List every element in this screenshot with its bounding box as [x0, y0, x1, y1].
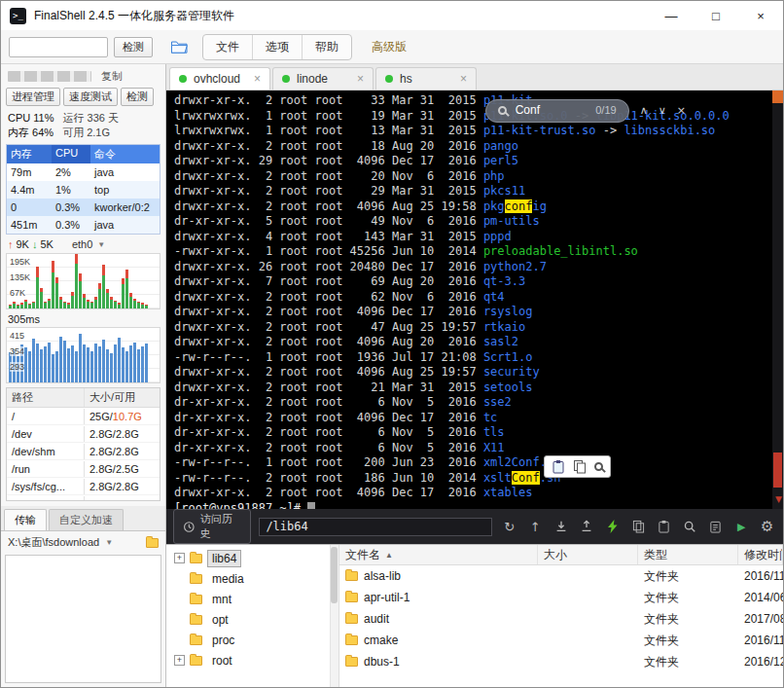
download-icon[interactable] [552, 518, 570, 536]
refresh-icon[interactable]: ↻ [500, 518, 518, 536]
chevron-down-icon[interactable]: ∨ [659, 103, 666, 119]
column-header[interactable]: CPU [52, 145, 90, 163]
play-icon[interactable]: ▶ [732, 518, 751, 536]
session-tab[interactable]: hs× [375, 67, 477, 90]
disk-row[interactable]: /sys/fs/cg...2.8G/2.8G [7, 478, 160, 495]
folder-icon[interactable] [146, 538, 159, 548]
menu-item[interactable]: 选项 [253, 35, 303, 59]
search-icon[interactable] [594, 462, 603, 471]
tree-item[interactable]: mnt [166, 589, 339, 609]
download-path-row[interactable]: X:\桌面\fsdownload ▼ [1, 531, 165, 554]
terminal-line: drwxr-xr-x. 7 root root 69 Aug 20 2016 q… [174, 274, 767, 290]
column-header[interactable]: 修改时间 [738, 545, 783, 564]
file-row[interactable]: apr-util-1文件夹2014/06/10 10 [339, 587, 783, 608]
file-row[interactable]: cmake文件夹2016/11/05 23 [339, 630, 783, 651]
column-header[interactable]: 文件名▲ [339, 545, 538, 564]
sidebar-tab[interactable]: 自定义加速 [49, 509, 124, 530]
column-header[interactable]: 大小/可用 [85, 388, 160, 407]
cell: 1% [52, 182, 90, 198]
tree-item[interactable]: opt [166, 609, 339, 630]
chevron-down-icon[interactable]: ▼ [105, 538, 113, 547]
disk-row[interactable]: /dev/shm2.8G/2.8G [7, 443, 160, 460]
paste-icon[interactable] [552, 459, 565, 474]
session-tab[interactable]: ovhcloud× [169, 67, 270, 90]
close-icon[interactable]: × [738, 1, 783, 30]
detect-button[interactable]: 检测 [114, 37, 153, 57]
file-row[interactable]: dbus-1文件夹2016/12/17 00 [339, 651, 783, 672]
search-box[interactable]: Conf 0/19 [485, 99, 629, 123]
chart-bar [79, 254, 82, 308]
edition-label[interactable]: 高级版 [372, 39, 407, 55]
process-row[interactable]: 4.4m1%top [7, 181, 160, 199]
column-header[interactable]: 内存 [7, 145, 52, 163]
column-header[interactable]: 大小 [538, 545, 638, 564]
terminal-prompt: [root@vps91887 ~]# [174, 501, 767, 510]
chart-bar [94, 328, 97, 382]
up-directory-icon[interactable]: ↑ [526, 518, 545, 536]
disk-row[interactable]: /run/user/0...583M/583M [7, 495, 160, 501]
close-icon[interactable]: × [254, 72, 261, 86]
column-header[interactable]: 命令 [90, 145, 160, 163]
terminal-line: -rw-r--r--. 1 root root 200 Jun 23 2016 … [174, 455, 767, 471]
close-icon[interactable]: × [357, 72, 364, 86]
menu-item[interactable]: 帮助 [303, 35, 351, 59]
close-icon[interactable]: × [677, 103, 686, 119]
terminal-line: drwxr-xr-x. 2 root root 62 Nov 6 2016 qt… [174, 290, 767, 306]
maximize-icon[interactable]: □ [694, 1, 738, 30]
sidebar-button[interactable]: 速度测试 [63, 88, 118, 106]
process-row[interactable]: 451m0.3%java [7, 216, 160, 234]
tree-scrollbar[interactable] [330, 545, 339, 687]
lightning-icon[interactable] [603, 518, 622, 536]
sidebar-button[interactable]: 检测 [121, 88, 154, 106]
copy-button[interactable]: 复制 [101, 69, 123, 84]
close-icon[interactable]: × [460, 72, 467, 86]
clock-icon [183, 521, 196, 533]
search-icon[interactable] [681, 518, 699, 536]
process-row[interactable]: 00.3%kworker/0:2 [7, 199, 160, 216]
menu-item[interactable]: 文件 [203, 35, 253, 59]
paste-icon[interactable] [655, 518, 673, 536]
tree-item[interactable]: proc [166, 630, 339, 650]
copy-icon[interactable] [573, 459, 587, 474]
connections-folder-icon[interactable] [170, 39, 189, 54]
scrollbar-thumb[interactable] [331, 547, 338, 603]
transfer-list[interactable] [5, 555, 161, 683]
tree-item[interactable]: media [166, 568, 339, 589]
column-header[interactable]: 路径 [7, 388, 85, 407]
file-row[interactable]: audit文件夹2017/08/25 19 [339, 608, 783, 630]
sidebar-button[interactable]: 进程管理 [6, 88, 60, 106]
tree-item[interactable]: +root [166, 650, 339, 670]
chevron-down-icon[interactable]: ▼ [97, 240, 105, 249]
file-row[interactable]: alsa-lib文件夹2016/11/06 02 [339, 565, 783, 587]
chevron-up-icon[interactable]: ∧ [640, 103, 648, 119]
disk-row[interactable]: /run2.8G/2.5G [7, 460, 160, 478]
expand-toggle-icon[interactable]: + [174, 553, 185, 563]
disk-row[interactable]: /dev2.8G/2.8G [7, 425, 160, 443]
search-query[interactable]: Conf [516, 103, 540, 119]
settings-gear-icon[interactable]: ⚙ [759, 518, 777, 536]
history-button[interactable]: 访问历史 [173, 509, 251, 544]
column-header[interactable]: 类型 [638, 545, 738, 564]
chart-bar [98, 254, 101, 308]
tree-item[interactable]: +lib64 [166, 548, 339, 568]
sidebar-tab[interactable]: 传输 [4, 509, 47, 530]
path-input[interactable] [259, 518, 492, 536]
disk-row[interactable]: /25G/10.7G [7, 408, 160, 425]
download-path[interactable]: X:\桌面\fsdownload [8, 535, 99, 550]
terminal[interactable]: drwxr-xr-x. 2 root root 33 Mar 31 2015 p… [166, 91, 783, 509]
tree-item-label: mnt [207, 591, 236, 608]
scroll-down-icon[interactable]: ▼ [775, 492, 782, 508]
chart-bar [40, 328, 43, 382]
session-tab[interactable]: linode× [272, 67, 374, 90]
terminal-scrollbar[interactable] [772, 91, 783, 509]
upload-icon[interactable] [578, 518, 596, 536]
cell: 0.3% [52, 217, 90, 233]
interface-select[interactable]: eth0 [72, 238, 92, 250]
clipboard-icon[interactable] [707, 518, 726, 536]
expand-toggle-icon[interactable]: + [174, 655, 185, 666]
process-row[interactable]: 79m2%java [7, 163, 160, 181]
scrollbar-thumb[interactable] [773, 453, 782, 488]
copy-icon[interactable] [629, 518, 648, 536]
connection-search-input[interactable] [9, 37, 108, 57]
minimize-icon[interactable]: — [649, 1, 694, 30]
